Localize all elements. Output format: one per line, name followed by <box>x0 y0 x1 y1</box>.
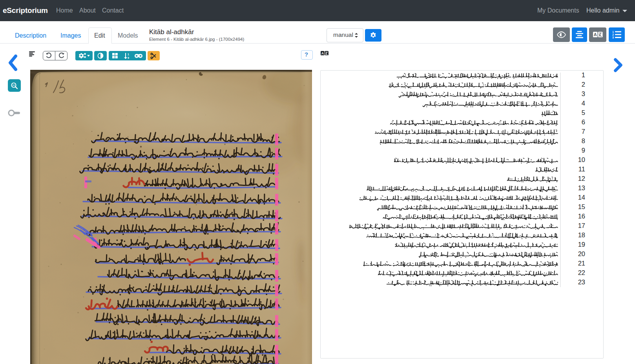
svg-text:A: A <box>594 32 597 37</box>
svg-text:3: 3 <box>612 36 614 38</box>
svg-text:A: A <box>321 51 324 55</box>
svg-text:9: 9 <box>128 56 129 59</box>
svg-text:1: 1 <box>612 31 614 33</box>
svg-text:2: 2 <box>612 33 614 36</box>
svg-text:1: 1 <box>128 53 129 56</box>
